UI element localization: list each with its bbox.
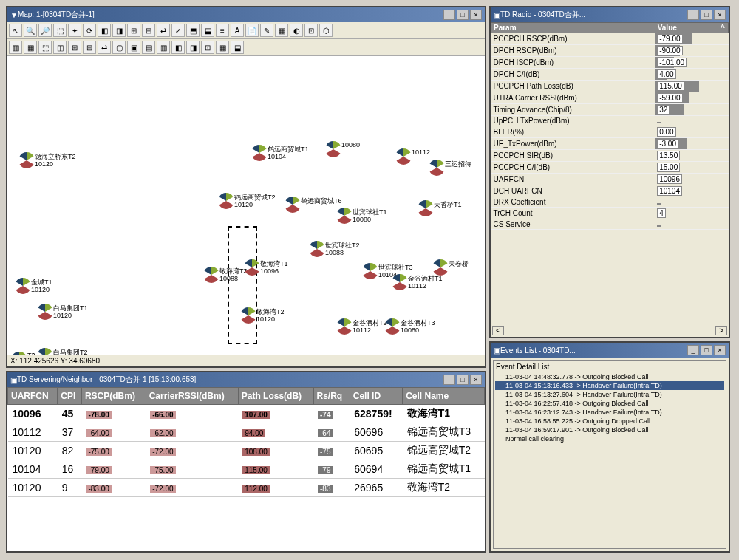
- toolbar-button[interactable]: ≡: [216, 24, 229, 37]
- event-item[interactable]: 11-03-04 16:58:55.225 -> Outgoing Droppe…: [495, 417, 724, 426]
- close-button[interactable]: ×: [470, 375, 482, 385]
- toolbar-button[interactable]: 🔎: [38, 24, 52, 37]
- sn-col-header[interactable]: CPI: [58, 388, 82, 405]
- col-param[interactable]: Param: [491, 23, 655, 33]
- toolbar-button[interactable]: ▥: [157, 41, 170, 54]
- param-row[interactable]: DCH UARFCN10104: [491, 185, 729, 197]
- cell-site[interactable]: [336, 318, 353, 336]
- param-row[interactable]: PCCPCH RSCP(dBm)-79.00: [491, 33, 729, 45]
- sn-col-header[interactable]: Path Loss(dB): [238, 388, 313, 405]
- sn-col-header[interactable]: Cell ID: [350, 388, 402, 405]
- toolbar-button[interactable]: ⊟: [142, 24, 155, 37]
- cell-site[interactable]: [336, 208, 353, 225]
- minimize-button[interactable]: _: [443, 375, 455, 385]
- event-item[interactable]: 11-03-04 15:13:16.433 -> Handover Failur…: [495, 381, 724, 390]
- toolbar-button[interactable]: ⬓: [231, 41, 244, 54]
- toolbar-button[interactable]: ◫: [53, 41, 67, 54]
- toolbar-button[interactable]: ⊟: [83, 41, 96, 54]
- param-row[interactable]: DPCH C/I(dB)4.00: [491, 69, 729, 81]
- cell-site[interactable]: [325, 141, 341, 159]
- toolbar-button[interactable]: ◨: [186, 41, 200, 54]
- toolbar-button[interactable]: ▦: [24, 41, 37, 54]
- toolbar-button[interactable]: ⤢: [171, 24, 185, 37]
- minimize-button[interactable]: _: [687, 10, 699, 20]
- toolbar-button[interactable]: ▥: [9, 41, 22, 54]
- cell-site[interactable]: [15, 278, 31, 296]
- maximize-button[interactable]: □: [701, 10, 712, 20]
- toolbar-button[interactable]: ↖: [9, 24, 22, 37]
- sn-row[interactable]: 1009645-78.00-66.00107.00-74628759!敬海湾T1: [8, 405, 485, 423]
- close-button[interactable]: ×: [714, 10, 726, 20]
- toolbar-button[interactable]: ✦: [68, 24, 81, 37]
- toolbar-button[interactable]: ⬒: [186, 24, 200, 37]
- toolbar-button[interactable]: ⬡: [319, 24, 333, 37]
- scroll-left[interactable]: <: [492, 326, 504, 335]
- event-item[interactable]: 11-03-04 16:23:12.743 -> Handover Failur…: [495, 408, 724, 417]
- toolbar-button[interactable]: ⟳: [83, 24, 96, 37]
- cell-site[interactable]: [218, 193, 234, 211]
- toolbar-button[interactable]: ⊡: [201, 41, 214, 54]
- sn-col-header[interactable]: UARFCN: [8, 388, 58, 405]
- toolbar-button[interactable]: ⊡: [304, 24, 318, 37]
- toolbar-button[interactable]: ◐: [290, 24, 303, 37]
- cell-site[interactable]: [392, 274, 408, 292]
- close-button[interactable]: ×: [470, 10, 482, 20]
- maximize-button[interactable]: □: [457, 10, 469, 20]
- sn-col-header[interactable]: Cell Name: [403, 388, 485, 405]
- cell-site[interactable]: [285, 197, 301, 214]
- event-item[interactable]: 11-03-04 16:22:57.418 -> Outgoing Blocke…: [495, 399, 724, 408]
- toolbar-button[interactable]: ⬚: [53, 24, 67, 37]
- cell-site[interactable]: [309, 241, 325, 259]
- sn-row[interactable]: 1011237-64.00-62.0094.00-6460696锦远高贸城T3: [8, 423, 485, 442]
- close-button[interactable]: ×: [714, 345, 726, 355]
- map-canvas[interactable]: 隐海立桥东T2 10120鹤远商贸城T1 10104鹤远商贸城T2 10120鹤…: [7, 56, 485, 355]
- toolbar-button[interactable]: 📄: [245, 24, 259, 37]
- toolbar-button[interactable]: ⬚: [38, 41, 52, 54]
- toolbar-button[interactable]: ◧: [98, 24, 111, 37]
- toolbar-button[interactable]: ⊞: [68, 41, 81, 54]
- cell-site[interactable]: [11, 352, 27, 355]
- cell-site[interactable]: [418, 200, 434, 218]
- minimize-button[interactable]: _: [687, 345, 699, 355]
- param-row[interactable]: UpPCH TxPower(dBm): [491, 116, 729, 126]
- sn-row[interactable]: 101209-83.00-72.00112.00-8326965敬海湾T2: [8, 479, 485, 497]
- sn-row[interactable]: 1010416-79.00-75.00115.00-7960694锦远高贸城T1: [8, 460, 485, 479]
- param-row[interactable]: CS Service: [491, 219, 729, 230]
- cell-site[interactable]: [203, 267, 219, 284]
- toolbar-button[interactable]: ⬓: [201, 24, 214, 37]
- param-row[interactable]: UE_TxPower(dBm)-3.00: [491, 138, 729, 150]
- cell-site[interactable]: [240, 307, 256, 325]
- event-item[interactable]: Normal call clearing: [495, 434, 724, 443]
- cell-site[interactable]: [18, 152, 35, 170]
- cell-site[interactable]: [384, 318, 401, 336]
- cell-site[interactable]: [429, 160, 445, 177]
- event-item[interactable]: 11-03-04 14:48:32.778 -> Outgoing Blocke…: [495, 372, 724, 381]
- param-row[interactable]: Timing Advance(Chip/8)32: [491, 104, 729, 116]
- param-row[interactable]: BLER(%)0.00: [491, 126, 729, 138]
- param-row[interactable]: UTRA Carrier RSSI(dBm)-59.00: [491, 92, 729, 104]
- toolbar-button[interactable]: ⇄: [98, 41, 111, 54]
- cell-site[interactable]: [244, 259, 260, 277]
- param-row[interactable]: DPCH RSCP(dBm)-90.00: [491, 45, 729, 57]
- col-value[interactable]: Value: [655, 23, 718, 33]
- cell-site[interactable]: [251, 145, 268, 163]
- scroll-right[interactable]: >: [715, 326, 727, 335]
- param-row[interactable]: DRX Coefficient: [491, 197, 729, 208]
- param-row[interactable]: PCCPCH C/I(dB)15.00: [491, 162, 729, 174]
- param-row[interactable]: UARFCN10096: [491, 174, 729, 185]
- toolbar-button[interactable]: ▦: [275, 24, 288, 37]
- sn-row[interactable]: 1012082-75.00-72.00108.00-7560695锦远高贸城T2: [8, 442, 485, 460]
- cell-site[interactable]: [37, 348, 53, 355]
- toolbar-button[interactable]: ⇄: [157, 24, 170, 37]
- cell-site[interactable]: [395, 148, 412, 166]
- sn-col-header[interactable]: Rs/Rq: [313, 388, 350, 405]
- sn-col-header[interactable]: CarrierRSSI(dBm): [146, 388, 238, 405]
- param-row[interactable]: TrCH Count4: [491, 208, 729, 219]
- sn-col-header[interactable]: RSCP(dBm): [81, 388, 146, 405]
- maximize-button[interactable]: □: [457, 375, 469, 385]
- toolbar-button[interactable]: ◧: [171, 41, 185, 54]
- param-row[interactable]: PCCPCH Path Loss(dB)115.00: [491, 81, 729, 92]
- toolbar-button[interactable]: ▤: [142, 41, 155, 54]
- minimize-button[interactable]: _: [443, 10, 455, 20]
- toolbar-button[interactable]: ◨: [112, 24, 126, 37]
